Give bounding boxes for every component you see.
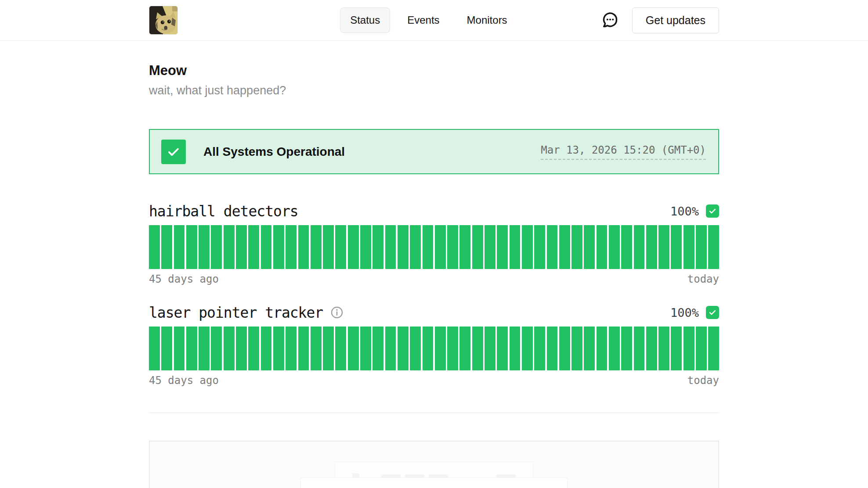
- tab-monitors[interactable]: Monitors: [457, 7, 517, 33]
- uptime-bar[interactable]: [646, 225, 657, 269]
- uptime-bar[interactable]: [597, 225, 608, 269]
- uptime-bar[interactable]: [497, 225, 508, 269]
- uptime-bar[interactable]: [261, 225, 272, 269]
- uptime-bar[interactable]: [224, 225, 235, 269]
- uptime-bar[interactable]: [286, 327, 297, 370]
- uptime-bar[interactable]: [398, 327, 409, 370]
- uptime-bar[interactable]: [435, 225, 446, 269]
- uptime-bar[interactable]: [186, 225, 197, 269]
- uptime-bar[interactable]: [609, 225, 620, 269]
- uptime-bar[interactable]: [236, 225, 247, 269]
- uptime-bar[interactable]: [410, 327, 421, 370]
- uptime-bar[interactable]: [696, 327, 707, 370]
- uptime-bar[interactable]: [472, 327, 483, 370]
- uptime-bar[interactable]: [684, 225, 694, 269]
- uptime-bar[interactable]: [559, 225, 570, 269]
- uptime-bar[interactable]: [459, 327, 470, 370]
- uptime-bar[interactable]: [186, 327, 197, 370]
- uptime-bar[interactable]: [621, 327, 632, 370]
- uptime-bar[interactable]: [472, 225, 483, 269]
- uptime-bar[interactable]: [522, 225, 533, 269]
- uptime-bar[interactable]: [447, 327, 458, 370]
- uptime-bar[interactable]: [510, 225, 521, 269]
- uptime-bar[interactable]: [373, 225, 383, 269]
- uptime-bar[interactable]: [510, 327, 521, 370]
- uptime-bar[interactable]: [547, 225, 558, 269]
- uptime-bar[interactable]: [385, 225, 396, 269]
- uptime-bar[interactable]: [236, 327, 247, 370]
- uptime-bar[interactable]: [311, 327, 322, 370]
- uptime-bar[interactable]: [584, 327, 595, 370]
- uptime-bar[interactable]: [584, 225, 595, 269]
- uptime-bar[interactable]: [199, 327, 210, 370]
- uptime-bar[interactable]: [385, 327, 396, 370]
- uptime-bar[interactable]: [708, 327, 719, 370]
- uptime-bar[interactable]: [360, 225, 371, 269]
- uptime-bar[interactable]: [224, 327, 235, 370]
- uptime-bar[interactable]: [248, 225, 259, 269]
- tab-status[interactable]: Status: [340, 7, 390, 33]
- uptime-bar[interactable]: [174, 327, 185, 370]
- uptime-bar[interactable]: [609, 327, 620, 370]
- uptime-bar[interactable]: [149, 225, 160, 269]
- uptime-bar[interactable]: [423, 225, 434, 269]
- uptime-bar[interactable]: [658, 225, 669, 269]
- uptime-bar[interactable]: [373, 327, 383, 370]
- logo-surprised-cat[interactable]: [149, 6, 178, 35]
- uptime-bar[interactable]: [497, 327, 508, 370]
- uptime-bar[interactable]: [534, 327, 545, 370]
- uptime-bar[interactable]: [658, 327, 669, 370]
- banner-timestamp[interactable]: Mar 13, 2026 15:20 (GMT+0): [541, 144, 706, 160]
- uptime-bar[interactable]: [273, 327, 284, 370]
- uptime-bar[interactable]: [261, 327, 272, 370]
- uptime-bar[interactable]: [348, 327, 359, 370]
- uptime-bar[interactable]: [522, 327, 533, 370]
- uptime-bar[interactable]: [547, 327, 558, 370]
- uptime-bar[interactable]: [335, 225, 346, 269]
- uptime-bar[interactable]: [298, 225, 309, 269]
- uptime-bar[interactable]: [571, 225, 582, 269]
- uptime-bar[interactable]: [459, 225, 470, 269]
- uptime-bar[interactable]: [199, 225, 210, 269]
- uptime-bar[interactable]: [410, 225, 421, 269]
- uptime-bar[interactable]: [161, 327, 172, 370]
- uptime-bar[interactable]: [174, 225, 185, 269]
- feedback-chat-button[interactable]: [600, 10, 621, 31]
- uptime-bar[interactable]: [485, 225, 495, 269]
- uptime-bar[interactable]: [671, 327, 682, 370]
- uptime-bar[interactable]: [708, 225, 719, 269]
- uptime-bar[interactable]: [286, 225, 297, 269]
- uptime-bar[interactable]: [248, 327, 259, 370]
- uptime-bar[interactable]: [534, 225, 545, 269]
- uptime-bar[interactable]: [559, 327, 570, 370]
- uptime-bar[interactable]: [311, 225, 322, 269]
- uptime-bar[interactable]: [211, 225, 222, 269]
- uptime-bar[interactable]: [571, 327, 582, 370]
- tab-events[interactable]: Events: [397, 7, 449, 33]
- uptime-bar[interactable]: [335, 327, 346, 370]
- uptime-bar[interactable]: [621, 225, 632, 269]
- uptime-bar[interactable]: [348, 225, 359, 269]
- uptime-bar[interactable]: [634, 225, 645, 269]
- uptime-bar[interactable]: [161, 225, 172, 269]
- uptime-bar[interactable]: [323, 327, 334, 370]
- uptime-bar[interactable]: [646, 327, 657, 370]
- uptime-bar[interactable]: [360, 327, 371, 370]
- uptime-bar[interactable]: [447, 225, 458, 269]
- uptime-bar[interactable]: [485, 327, 495, 370]
- uptime-bar[interactable]: [435, 327, 446, 370]
- uptime-bar[interactable]: [398, 225, 409, 269]
- uptime-bar[interactable]: [273, 225, 284, 269]
- uptime-bar[interactable]: [298, 327, 309, 370]
- uptime-bar[interactable]: [149, 327, 160, 370]
- uptime-bar[interactable]: [423, 327, 434, 370]
- uptime-bar[interactable]: [634, 327, 645, 370]
- uptime-bar[interactable]: [684, 327, 694, 370]
- uptime-bar[interactable]: [696, 225, 707, 269]
- get-updates-button[interactable]: Get updates: [632, 7, 719, 33]
- uptime-bar[interactable]: [211, 327, 222, 370]
- uptime-bar[interactable]: [671, 225, 682, 269]
- uptime-bar[interactable]: [323, 225, 334, 269]
- uptime-bar[interactable]: [597, 327, 608, 370]
- monitor-info-button[interactable]: [330, 305, 344, 319]
